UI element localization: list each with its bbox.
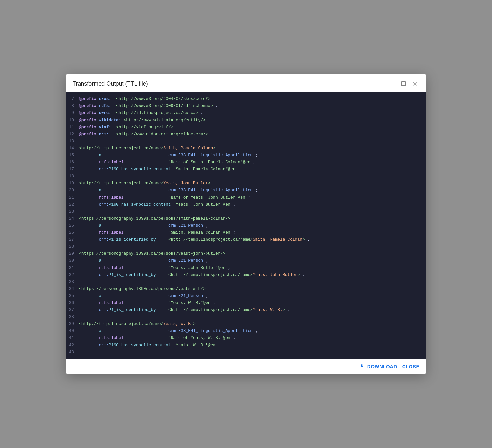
code-line-31: 31 rdfs:label "Yeats, John Butler"@en ; — [66, 264, 426, 271]
code-line-11: 11 @prefix viaf: <http://viaf.org/viaf/>… — [66, 124, 426, 131]
code-line-30: 30 a crm:E21_Person ; — [66, 257, 426, 264]
code-line-29: 29 <https://personography.1890s.ca/perso… — [66, 250, 426, 257]
code-line-16: 16 rdfs:label "Name of Smith, Pamela Col… — [66, 159, 426, 166]
code-area[interactable]: 7 @prefix skos: <http://www.w3.org/2004/… — [66, 92, 426, 359]
close-window-button[interactable] — [411, 79, 419, 88]
code-line-13: 13 — [66, 138, 426, 145]
code-line-24: 24 <https://personography.1890s.ca/perso… — [66, 215, 426, 222]
download-button[interactable]: DOWNLOAD — [359, 364, 397, 369]
code-line-26: 26 rdfs:label "Smith, Pamela Colman"@en … — [66, 229, 426, 236]
code-line-8: 8 @prefix rdfs: <http://www.w3.org/2000/… — [66, 102, 426, 109]
code-line-21: 21 rdfs:label "Name of Yeats, John Butle… — [66, 194, 426, 201]
svg-rect-0 — [402, 82, 405, 86]
code-line-32: 32 crm:P1_is_identified_by <http://temp.… — [66, 271, 426, 278]
code-line-28: 28 — [66, 243, 426, 250]
code-line-35: 35 a crm:E21_Person ; — [66, 292, 426, 299]
code-line-12: 12 @prefix crm: <http://www.cidoc-crm.or… — [66, 131, 426, 138]
modal-footer: DOWNLOAD CLOSE — [66, 359, 426, 374]
modal: Transformed Output (TTL file) 7 — [66, 74, 426, 374]
code-line-36: 36 rdfs:label "Yeats, W. B."@en ; — [66, 299, 426, 306]
code-line-40: 40 a crm:E33_E41_Linguistic_Appellation … — [66, 327, 426, 334]
code-line-10: 10 @prefix wikidata: <http://www.wikidat… — [66, 117, 426, 124]
code-line-27: 27 crm:P1_is_identified_by <http://temp.… — [66, 236, 426, 243]
code-line-38: 38 — [66, 313, 426, 320]
code-line-19: 19 <http://temp.lincsproject.ca/name/Yea… — [66, 180, 426, 187]
modal-overlay: Transformed Output (TTL file) 7 — [0, 0, 492, 448]
close-button[interactable]: CLOSE — [402, 364, 419, 369]
code-line-20: 20 a crm:E33_E41_Linguistic_Appellation … — [66, 187, 426, 194]
download-icon — [359, 364, 365, 369]
code-line-22: 22 crm:P190_has_symbolic_content "Yeats,… — [66, 201, 426, 208]
code-line-42: 42 crm:P190_has_symbolic_content "Yeats,… — [66, 342, 426, 349]
code-line-17: 17 crm:P190_has_symbolic_content "Smith,… — [66, 166, 426, 173]
code-line-41: 41 rdfs:label "Name of Yeats, W. B."@en … — [66, 334, 426, 341]
code-line-7: 7 @prefix skos: <http://www.w3.org/2004/… — [66, 95, 426, 102]
code-line-23: 23 — [66, 208, 426, 215]
code-line-43: 43 — [66, 349, 426, 356]
code-line-25: 25 a crm:E21_Person ; — [66, 222, 426, 229]
code-line-33: 33 — [66, 278, 426, 285]
modal-header: Transformed Output (TTL file) — [66, 74, 426, 92]
code-line-14: 14 <http://temp.lincsproject.ca/name/Smi… — [66, 145, 426, 152]
code-line-34: 34 <https://personography.1890s.ca/perso… — [66, 285, 426, 292]
code-line-18: 18 — [66, 173, 426, 180]
code-line-9: 9 @prefix cwrc: <http://id.lincsproject.… — [66, 109, 426, 116]
code-line-15: 15 a crm:E33_E41_Linguistic_Appellation … — [66, 152, 426, 159]
header-buttons — [399, 79, 419, 88]
code-line-39: 39 <http://temp.lincsproject.ca/name/Yea… — [66, 320, 426, 327]
modal-title: Transformed Output (TTL file) — [73, 80, 148, 87]
code-line-37: 37 crm:P1_is_identified_by <http://temp.… — [66, 306, 426, 313]
maximize-button[interactable] — [399, 79, 408, 88]
